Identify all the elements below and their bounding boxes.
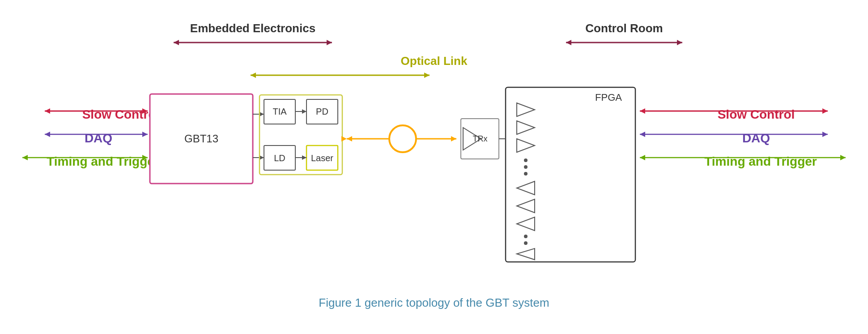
slow-control-left-label: Slow Control [82, 107, 160, 121]
diagram-container: Embedded Electronics Optical Link Contro… [0, 0, 868, 334]
figure-caption: Figure 1 generic topology of the GBT sys… [319, 296, 549, 309]
embedded-electronics-label: Embedded Electronics [190, 21, 315, 35]
timing-trigger-right-label: Timing and Trigger [704, 154, 817, 168]
svg-point-44 [524, 241, 528, 245]
ld-label: LD [274, 153, 285, 163]
fpga-label: FPGA [595, 92, 622, 103]
svg-point-38 [524, 165, 528, 169]
laser-label: Laser [311, 153, 333, 163]
svg-point-39 [524, 172, 528, 176]
gbt13-label: GBT13 [184, 133, 218, 145]
tia-label: TIA [272, 107, 287, 116]
pd-label: PD [316, 107, 328, 116]
svg-point-43 [524, 235, 528, 238]
daq-right-label: DAQ [742, 131, 770, 145]
slow-control-right-label: Slow Control [718, 107, 795, 121]
control-room-label: Control Room [585, 21, 663, 35]
optical-link-label: Optical Link [401, 54, 468, 68]
svg-point-37 [524, 158, 528, 162]
daq-left-label: DAQ [85, 131, 112, 145]
trx-label: TRx [473, 134, 488, 143]
